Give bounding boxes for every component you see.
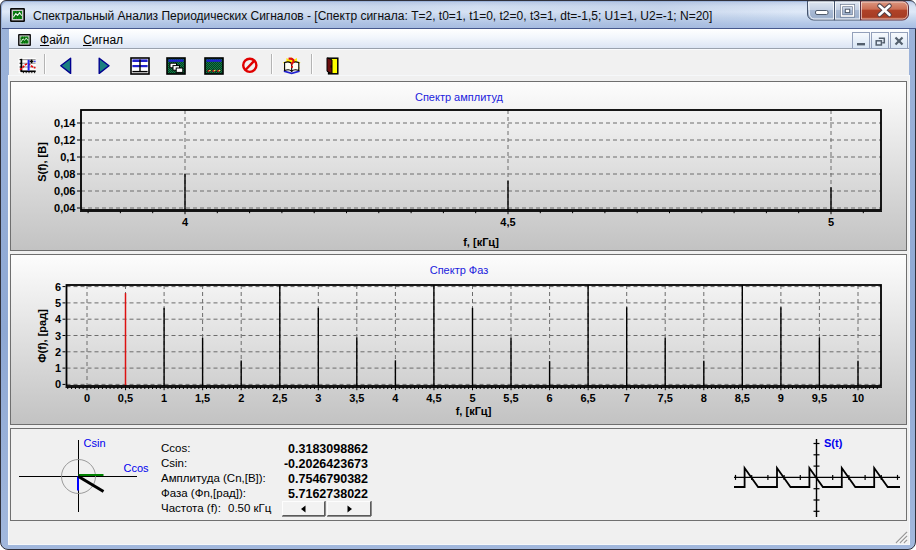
svg-text:S(t): S(t) [824, 437, 843, 449]
svg-text:4,5: 4,5 [426, 392, 441, 404]
svg-text:0,14: 0,14 [54, 117, 76, 129]
svg-text:Спектр амплитуд: Спектр амплитуд [415, 91, 504, 103]
svg-text:5: 5 [469, 392, 475, 404]
svg-text:1: 1 [55, 362, 61, 374]
svg-text:0,06: 0,06 [54, 185, 75, 197]
svg-text:Ф(f), [рад]: Ф(f), [рад] [36, 309, 48, 363]
svg-text:7: 7 [624, 392, 630, 404]
svg-text:4: 4 [55, 313, 62, 325]
svg-text:5: 5 [828, 216, 834, 228]
svg-text:4: 4 [392, 392, 399, 404]
svg-text:Csin: Csin [84, 437, 106, 449]
svg-text:10: 10 [852, 392, 864, 404]
svg-text:6,5: 6,5 [580, 392, 595, 404]
svg-text:9,5: 9,5 [812, 392, 827, 404]
svg-text:5: 5 [55, 297, 61, 309]
svg-text:3,5: 3,5 [349, 392, 364, 404]
svg-text:3: 3 [315, 392, 321, 404]
svg-text:2,5: 2,5 [272, 392, 287, 404]
svg-text:1,5: 1,5 [195, 392, 210, 404]
svg-text:Спектр Фаз: Спектр Фаз [430, 264, 489, 276]
svg-text:2: 2 [238, 392, 244, 404]
svg-text:f, [кГц]: f, [кГц] [456, 405, 492, 417]
svg-text:2: 2 [55, 346, 61, 358]
svg-text:8: 8 [701, 392, 707, 404]
svg-text:6: 6 [55, 281, 61, 293]
svg-text:f, [кГц]: f, [кГц] [463, 236, 499, 248]
svg-text:0,5: 0,5 [118, 392, 133, 404]
svg-text:4: 4 [182, 216, 189, 228]
svg-text:4,5: 4,5 [500, 216, 515, 228]
svg-text:7,5: 7,5 [658, 392, 673, 404]
svg-text:0,08: 0,08 [54, 168, 75, 180]
svg-text:0,12: 0,12 [54, 134, 75, 146]
svg-text:9: 9 [778, 392, 784, 404]
svg-text:3: 3 [55, 330, 61, 342]
svg-text:Ccos: Ccos [124, 462, 150, 474]
svg-text:5,5: 5,5 [503, 392, 518, 404]
svg-text:0: 0 [55, 378, 61, 390]
svg-text:8,5: 8,5 [735, 392, 750, 404]
svg-text:0,04: 0,04 [54, 202, 76, 214]
svg-text:1: 1 [161, 392, 167, 404]
svg-text:6: 6 [547, 392, 553, 404]
svg-text:0,1: 0,1 [60, 151, 75, 163]
svg-text:S(f), [B]: S(f), [B] [36, 142, 48, 182]
svg-text:0: 0 [84, 392, 90, 404]
